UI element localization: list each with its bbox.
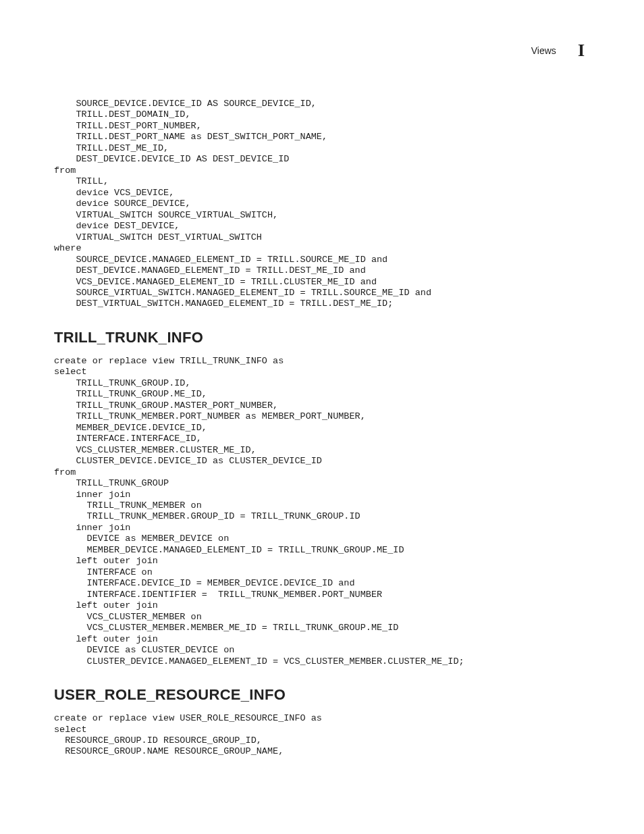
section-heading-user-role-resource-info: USER_ROLE_RESOURCE_INFO bbox=[54, 686, 590, 704]
header-section-label: Views bbox=[531, 45, 556, 56]
page-content: Views I SOURCE_DEVICE.DEVICE_ID AS SOURC… bbox=[0, 0, 644, 831]
sql-code-block-1: SOURCE_DEVICE.DEVICE_ID AS SOURCE_DEVICE… bbox=[54, 99, 590, 310]
sql-code-block-3: create or replace view USER_ROLE_RESOURC… bbox=[54, 713, 590, 758]
page-header: Views I bbox=[54, 41, 590, 61]
section-heading-trill-trunk-info: TRILL_TRUNK_INFO bbox=[54, 329, 590, 346]
header-appendix-letter: I bbox=[578, 41, 585, 61]
sql-code-block-2: create or replace view TRILL_TRUNK_INFO … bbox=[54, 356, 590, 667]
